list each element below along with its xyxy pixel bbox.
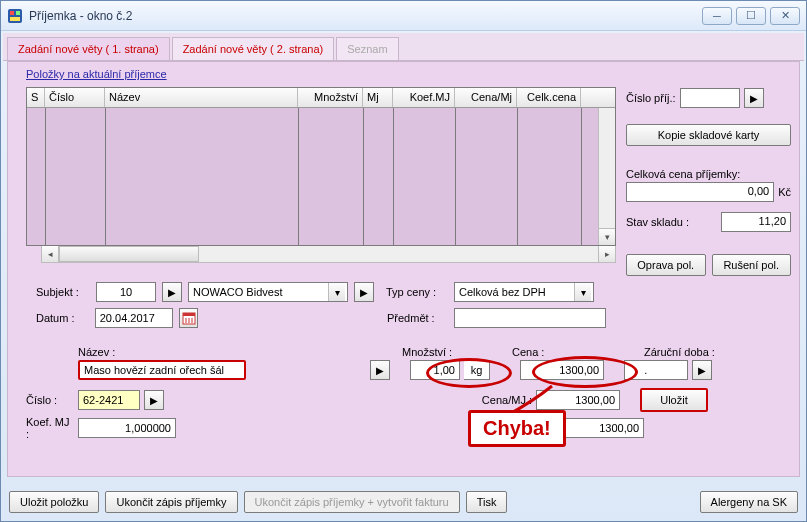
tisk-button[interactable]: Tisk xyxy=(466,491,508,513)
cislo-prij-go-button[interactable]: ▶ xyxy=(744,88,764,108)
stav-skladu-label: Stav skladu : xyxy=(626,216,717,228)
tab-seznam: Seznam xyxy=(336,37,398,60)
datum-label: Datum : xyxy=(36,312,89,324)
nazev-label: Název : xyxy=(78,346,318,358)
datum-input[interactable] xyxy=(95,308,173,328)
c-input[interactable] xyxy=(560,418,644,438)
window-title: Příjemka - okno č.2 xyxy=(29,9,702,23)
col-s[interactable]: S xyxy=(27,88,45,107)
c-label: C xyxy=(492,422,512,434)
cenamj-label: Cena/MJ : xyxy=(472,394,532,406)
celkova-cena-label: Celková cena příjemky: xyxy=(626,168,791,180)
maximize-button[interactable]: ☐ xyxy=(736,7,766,25)
minimize-button[interactable]: ─ xyxy=(702,7,732,25)
cenamj-input[interactable] xyxy=(536,390,620,410)
predmet-input[interactable] xyxy=(454,308,607,328)
svg-rect-3 xyxy=(10,17,20,21)
col-mj[interactable]: Mj xyxy=(363,88,393,107)
cislo-prij-input[interactable] xyxy=(680,88,740,108)
celkova-cena-value: 0,00 xyxy=(626,182,774,202)
col-mnozstvi[interactable]: Množství xyxy=(298,88,363,107)
cislo-go-button[interactable]: ▶ xyxy=(144,390,164,410)
nazev-go-button[interactable]: ▶ xyxy=(370,360,390,380)
scroll-left-icon[interactable]: ◂ xyxy=(42,246,59,262)
subjekt-code-input[interactable] xyxy=(96,282,156,302)
subjekt-label: Subjekt : xyxy=(36,286,90,298)
cena-input[interactable] xyxy=(520,360,604,380)
grid-body[interactable] xyxy=(27,108,615,245)
grid-hscrollbar[interactable]: ◂ ▸ xyxy=(41,246,616,263)
svg-rect-1 xyxy=(10,11,14,15)
predmet-label: Předmět : xyxy=(387,312,448,324)
scroll-down-icon[interactable]: ▾ xyxy=(599,228,615,245)
col-nazev[interactable]: Název xyxy=(105,88,298,107)
right-column: Číslo příj.: ▶ Kopie skladové karty Celk… xyxy=(626,88,791,276)
calendar-icon[interactable] xyxy=(179,308,199,328)
tab-page2[interactable]: Zadání nové věty ( 2. strana) xyxy=(172,37,335,60)
scroll-right-icon[interactable]: ▸ xyxy=(598,246,615,262)
col-celkcena[interactable]: Celk.cena xyxy=(517,88,581,107)
bottom-bar: Uložit položku Ukončit zápis příjemky Uk… xyxy=(9,491,798,513)
koefmj-label: Koef. MJ : xyxy=(26,416,74,440)
kopie-skladove-karty-button[interactable]: Kopie skladové karty xyxy=(626,124,791,146)
cislo-prij-label: Číslo příj.: xyxy=(626,92,676,104)
hscroll-thumb[interactable] xyxy=(59,246,199,262)
mid-form: Subjekt : ▶ NOWACO Bidvest ▶ Typ ceny : … xyxy=(36,282,606,334)
close-button[interactable]: ✕ xyxy=(770,7,800,25)
items-grid: S Číslo Název Množství Mj Koef.MJ Cena/M… xyxy=(26,87,616,263)
grid-caption: Položky na aktuální příjemce xyxy=(26,68,167,80)
oprava-pol-button[interactable]: Oprava pol. xyxy=(626,254,706,276)
grid-vscrollbar[interactable]: ▴ ▾ xyxy=(598,88,615,245)
titlebar: Příjemka - okno č.2 ─ ☐ ✕ xyxy=(1,1,806,31)
mnozstvi-input[interactable] xyxy=(410,360,460,380)
grid-header: S Číslo Název Množství Mj Koef.MJ Cena/M… xyxy=(27,88,615,108)
ulozit-polozku-button[interactable]: Uložit položku xyxy=(9,491,99,513)
zarucni-label: Záruční doba : xyxy=(644,346,715,358)
ukoncit-zapis-button[interactable]: Ukončit zápis příjemky xyxy=(105,491,237,513)
typ-ceny-dropdown[interactable]: Celková bez DPH xyxy=(454,282,594,302)
cislo-input[interactable] xyxy=(78,390,140,410)
subjekt-go-button[interactable]: ▶ xyxy=(162,282,182,302)
currency-label: Kč xyxy=(778,186,791,198)
ulozit-button[interactable]: Uložit xyxy=(640,388,708,412)
koefmj-input[interactable] xyxy=(78,418,176,438)
lower-form: Název : Množství : Cena : Záruční doba :… xyxy=(26,346,789,440)
zarucni-go-button[interactable]: ▶ xyxy=(692,360,712,380)
cena-label: Cena : xyxy=(512,346,644,358)
alergeny-button[interactable]: Alergeny na SK xyxy=(700,491,798,513)
mj-input[interactable] xyxy=(464,360,490,380)
ruseni-pol-button[interactable]: Rušení pol. xyxy=(712,254,792,276)
col-koefmj[interactable]: Koef.MJ xyxy=(393,88,455,107)
nazev-input[interactable] xyxy=(78,360,246,380)
cislo-label: Číslo : xyxy=(26,394,74,406)
ukoncit-faktura-button: Ukončit zápis příjemky + vytvořit faktur… xyxy=(244,491,460,513)
svg-rect-2 xyxy=(16,11,20,15)
subjekt-go2-button[interactable]: ▶ xyxy=(354,282,374,302)
svg-rect-5 xyxy=(183,313,195,316)
col-cislo[interactable]: Číslo xyxy=(45,88,105,107)
typ-ceny-label: Typ ceny : xyxy=(386,286,448,298)
zarucni-input[interactable] xyxy=(624,360,688,380)
subjekt-name-dropdown[interactable]: NOWACO Bidvest xyxy=(188,282,348,302)
tabs: Zadání nové věty ( 1. strana) Zadání nov… xyxy=(3,33,804,61)
stav-skladu-value: 11,20 xyxy=(721,212,791,232)
main-panel: Položky na aktuální příjemce S Číslo Náz… xyxy=(7,61,800,477)
app-window: Příjemka - okno č.2 ─ ☐ ✕ Zadání nové vě… xyxy=(0,0,807,522)
tab-page1[interactable]: Zadání nové věty ( 1. strana) xyxy=(7,37,170,60)
app-icon xyxy=(7,8,23,24)
col-cenamj[interactable]: Cena/Mj xyxy=(455,88,517,107)
mnozstvi-label: Množství : xyxy=(402,346,512,358)
